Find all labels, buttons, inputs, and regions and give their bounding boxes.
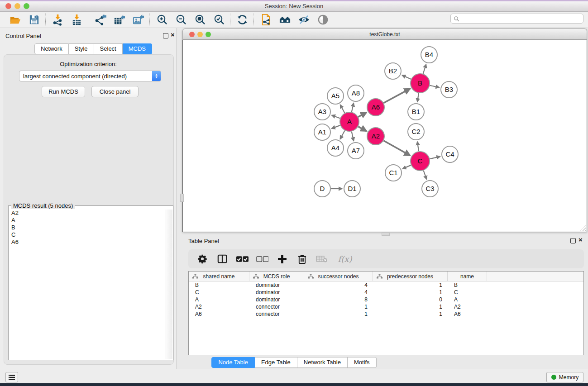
node-C2[interactable]: C2 (408, 124, 424, 140)
network-canvas[interactable]: B4B2BB3A5A8A6A3B1AA1C2A2A4A7C4CC1C3DD1 (182, 40, 587, 232)
show-all-button[interactable] (313, 13, 332, 27)
table-row[interactable]: Adominator80A (189, 296, 583, 303)
float-panel-icon[interactable] (163, 33, 168, 38)
edge-A-A4[interactable] (340, 130, 344, 139)
table-row[interactable]: A6connector11A6 (189, 310, 583, 318)
network-minimize-button[interactable] (197, 32, 203, 37)
tab-style[interactable]: Style (69, 43, 94, 54)
column-header[interactable]: predecessor nodes (373, 272, 448, 281)
zoom-selected-button[interactable] (209, 13, 228, 27)
edge-A-A5[interactable] (340, 105, 345, 113)
search-input[interactable] (459, 14, 583, 23)
edge-A-A2[interactable] (358, 127, 367, 131)
edge-A-A8[interactable] (352, 103, 354, 112)
criterion-dropdown[interactable]: largest connected component (directed) ▲… (19, 71, 161, 81)
edge-B-B4[interactable] (423, 64, 426, 74)
node-A6[interactable]: A6 (367, 99, 384, 116)
edge-A6-B[interactable] (384, 89, 410, 103)
table-row[interactable]: Bdominator41B (189, 281, 583, 289)
node-A8[interactable]: A8 (348, 85, 364, 101)
node-A2[interactable]: A2 (367, 128, 384, 145)
search-field[interactable] (450, 14, 583, 24)
table-settings-button[interactable] (196, 252, 209, 266)
column-header[interactable]: name (448, 272, 487, 281)
tab-network-table[interactable]: Network Table (297, 357, 348, 368)
edge-A2-C[interactable] (383, 141, 410, 156)
tab-network[interactable]: Network (34, 43, 69, 54)
column-header[interactable]: shared name (189, 272, 249, 281)
table-row[interactable]: A2connector11A2 (189, 303, 583, 310)
node-C[interactable]: C (411, 152, 430, 171)
edge-C-C4[interactable] (430, 157, 440, 159)
network-zoom-button[interactable] (206, 32, 211, 37)
tab-edge-table[interactable]: Edge Table (255, 357, 297, 368)
tab-node-table[interactable]: Node Table (211, 357, 255, 368)
edge-A-A6[interactable] (358, 112, 367, 117)
apply-layout-button[interactable] (233, 13, 252, 27)
column-header[interactable]: successor nodes (304, 272, 373, 281)
memory-button[interactable]: Memory (546, 372, 583, 382)
close-panel-icon[interactable]: × (171, 32, 175, 38)
save-session-button[interactable] (24, 13, 43, 27)
node-C1[interactable]: C1 (385, 165, 402, 181)
zoom-fit-button[interactable] (190, 13, 209, 27)
export-network-button[interactable] (91, 13, 110, 27)
edge-B-B1[interactable] (417, 93, 419, 102)
minimize-window-button[interactable] (14, 3, 20, 9)
node-A3[interactable]: A3 (314, 104, 330, 120)
node-D1[interactable]: D1 (344, 181, 360, 197)
zoom-in-button[interactable] (152, 13, 171, 27)
node-B1[interactable]: B1 (408, 104, 424, 120)
column-header[interactable]: MCDS role (249, 272, 304, 281)
table-row[interactable]: Cdominator41C (189, 289, 583, 296)
network-close-button[interactable] (189, 32, 195, 37)
node-C3[interactable]: C3 (422, 181, 438, 197)
node-A1[interactable]: A1 (314, 124, 330, 140)
run-mcds-button[interactable]: Run MCDS (42, 86, 85, 97)
show-columns-button[interactable] (215, 252, 229, 266)
export-table-button[interactable] (110, 13, 129, 27)
import-table-button[interactable] (67, 13, 86, 27)
task-history-button[interactable] (5, 372, 18, 382)
create-column-button[interactable] (275, 252, 289, 266)
node-A4[interactable]: A4 (327, 140, 344, 156)
edge-C-C1[interactable] (402, 165, 411, 169)
first-neighbors-button[interactable] (275, 13, 294, 27)
import-network-button[interactable] (48, 13, 67, 27)
node-A5[interactable]: A5 (327, 88, 344, 104)
close-panel-button[interactable]: Close panel (91, 86, 139, 97)
select-all-columns-button[interactable] (235, 252, 249, 266)
node-B2[interactable]: B2 (385, 63, 401, 79)
edge-C-C3[interactable] (423, 171, 426, 180)
close-window-button[interactable] (5, 3, 11, 9)
tab-mcds[interactable]: MCDS (123, 43, 152, 54)
tab-motifs[interactable]: Motifs (348, 357, 377, 368)
edge-A-A3[interactable] (332, 115, 340, 119)
zoom-window-button[interactable] (24, 3, 29, 9)
node-A[interactable]: A (340, 112, 359, 131)
hide-selected-button[interactable] (294, 13, 313, 27)
horizontal-splitter-handle[interactable] (382, 233, 390, 236)
mcds-result-scrollbar[interactable] (166, 210, 172, 359)
network-from-selection-button[interactable] (256, 13, 275, 27)
node-A7[interactable]: A7 (348, 143, 364, 159)
node-B4[interactable]: B4 (421, 47, 437, 63)
edge-B-B3[interactable] (430, 86, 439, 88)
node-B3[interactable]: B3 (441, 81, 457, 98)
node-D[interactable]: D (314, 181, 330, 197)
deselect-all-columns-button[interactable] (255, 252, 269, 266)
zoom-out-button[interactable] (171, 13, 190, 27)
edge-B-B2[interactable] (402, 75, 411, 79)
edge-C-C2[interactable] (417, 142, 419, 151)
export-image-button[interactable] (129, 13, 148, 27)
tab-select[interactable]: Select (94, 43, 123, 54)
open-file-button[interactable] (5, 13, 24, 27)
float-table-panel-icon[interactable] (570, 238, 576, 243)
delete-column-button[interactable] (295, 252, 309, 266)
node-C4[interactable]: C4 (442, 146, 458, 162)
close-table-panel-icon[interactable]: × (578, 237, 583, 243)
edge-A-A1[interactable] (332, 125, 340, 129)
node-B[interactable]: B (411, 74, 430, 93)
edge-A-A7[interactable] (352, 131, 354, 141)
vertical-splitter-handle[interactable] (180, 194, 184, 202)
